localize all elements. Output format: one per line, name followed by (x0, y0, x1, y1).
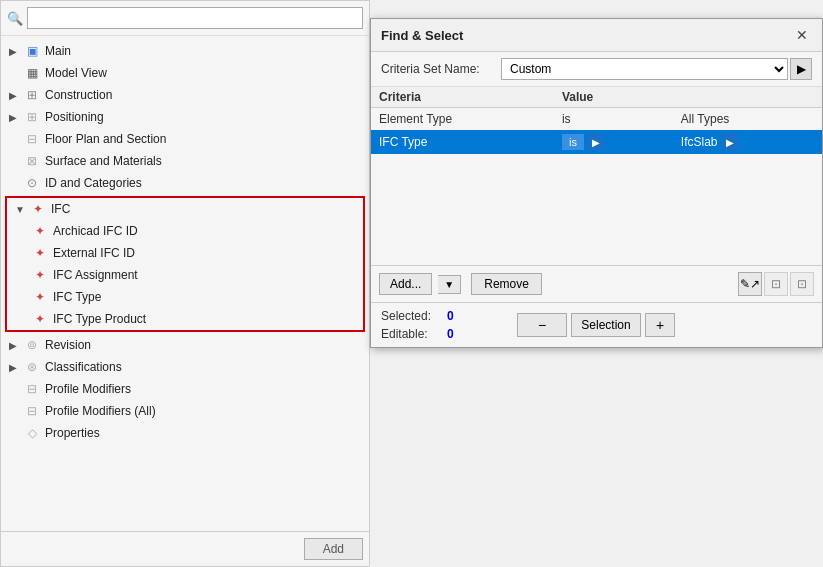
tree-item-profile-modifiers[interactable]: ⊟ Profile Modifiers (1, 378, 369, 400)
plus-button[interactable]: + (645, 313, 675, 337)
is-badge: is (562, 134, 584, 150)
add-criteria-button[interactable]: Add... (379, 273, 432, 295)
ifc-assignment-icon: ✦ (31, 266, 49, 284)
positioning-icon: ⊞ (23, 108, 41, 126)
table-row[interactable]: Element Type is All Types (371, 108, 822, 131)
expand-arrow-ifc: ▼ (15, 204, 27, 215)
floor-plan-icon: ⊟ (23, 130, 41, 148)
tree-item-revision[interactable]: ▶ ⊚ Revision (1, 334, 369, 356)
tree-item-classifications[interactable]: ▶ ⊛ Classifications (1, 356, 369, 378)
external-ifc-label: External IFC ID (53, 246, 135, 260)
criteria-set-row: Criteria Set Name: Custom ▶ (371, 52, 822, 87)
add-button[interactable]: Add (304, 538, 363, 560)
operator-arrow[interactable]: ▶ (588, 134, 604, 150)
tree-item-id-categories[interactable]: ⊙ ID and Categories (1, 172, 369, 194)
element-type-criteria: Element Type (371, 108, 554, 131)
search-input[interactable] (27, 7, 363, 29)
minus-button[interactable]: − (517, 313, 567, 337)
add-dropdown-arrow[interactable]: ▼ (438, 275, 461, 294)
criteria-set-select[interactable]: Custom (501, 58, 788, 80)
revision-icon: ⊚ (23, 336, 41, 354)
model-view-icon: ▦ (23, 64, 41, 82)
surface-label: Surface and Materials (45, 154, 162, 168)
paste-button: ⊡ (790, 272, 814, 296)
dialog-titlebar: Find & Select ✕ (371, 19, 822, 52)
classifications-label: Classifications (45, 360, 122, 374)
ifc-icon: ✦ (29, 200, 47, 218)
tree-item-archicad-ifc[interactable]: ✦ Archicad IFC ID (7, 220, 363, 242)
tree-area: ▶ ▣ Main ▦ Model View ▶ ⊞ Construction ▶… (1, 36, 369, 531)
edit-button[interactable]: ✎↗ (738, 272, 762, 296)
criteria-set-arrow-button[interactable]: ▶ (790, 58, 812, 80)
edit-button-group: ✎↗ ⊡ ⊡ (738, 272, 814, 296)
archicad-ifc-icon: ✦ (31, 222, 49, 240)
id-icon: ⊙ (23, 174, 41, 192)
id-categories-label: ID and Categories (45, 176, 142, 190)
tree-item-ifc-type-product[interactable]: ✦ IFC Type Product (7, 308, 363, 330)
tree-item-ifc-type[interactable]: ✦ IFC Type (7, 286, 363, 308)
revision-label: Revision (45, 338, 91, 352)
editable-value: 0 (447, 327, 454, 341)
ifc-group: ▼ ✦ IFC ✦ Archicad IFC ID ✦ External IFC… (5, 196, 365, 332)
profile-modifiers-all-label: Profile Modifiers (All) (45, 404, 156, 418)
ifc-type-product-label: IFC Type Product (53, 312, 146, 326)
selected-label: Selected: (381, 309, 441, 323)
close-button[interactable]: ✕ (792, 25, 812, 45)
construction-label: Construction (45, 88, 112, 102)
model-view-label: Model View (45, 66, 107, 80)
search-icon: 🔍 (7, 11, 23, 26)
ifcslab-text: IfcSlab (681, 135, 718, 149)
tree-item-floor-plan[interactable]: ⊟ Floor Plan and Section (1, 128, 369, 150)
add-button-area: Add (1, 531, 369, 566)
table-row[interactable]: IFC Type is ▶ IfcSlab ▶ (371, 130, 822, 154)
selection-button[interactable]: Selection (571, 313, 641, 337)
ifcslab-arrow[interactable]: ▶ (722, 134, 738, 150)
element-type-operator: is (554, 108, 673, 131)
archicad-ifc-label: Archicad IFC ID (53, 224, 138, 238)
criteria-table: Criteria Value Element Type is All Types… (371, 87, 822, 154)
ifc-type-product-icon: ✦ (31, 310, 49, 328)
expand-arrow-revision: ▶ (9, 340, 21, 351)
tree-item-surface[interactable]: ⊠ Surface and Materials (1, 150, 369, 172)
element-type-value: All Types (673, 108, 822, 131)
floor-plan-label: Floor Plan and Section (45, 132, 166, 146)
tree-item-ifc-assignment[interactable]: ✦ IFC Assignment (7, 264, 363, 286)
selected-value: 0 (447, 309, 454, 323)
ifc-type-icon: ✦ (31, 288, 49, 306)
profile-modifiers-icon: ⊟ (23, 380, 41, 398)
value-header: Value (554, 87, 822, 108)
criteria-header: Criteria (371, 87, 554, 108)
left-panel: 🔍 ▶ ▣ Main ▦ Model View ▶ ⊞ Construction… (0, 0, 370, 567)
external-ifc-icon: ✦ (31, 244, 49, 262)
dialog-title: Find & Select (381, 28, 463, 43)
remove-button[interactable]: Remove (471, 273, 542, 295)
stats-area: Selected: 0 Editable: 0 (381, 309, 501, 341)
criteria-set-label: Criteria Set Name: (381, 62, 491, 76)
ifc-type-label: IFC Type (53, 290, 101, 304)
surface-icon: ⊠ (23, 152, 41, 170)
bottom-buttons: − Selection + (517, 313, 675, 337)
expand-arrow-positioning: ▶ (9, 112, 21, 123)
expand-arrow-main: ▶ (9, 46, 21, 57)
editable-stat: Editable: 0 (381, 327, 501, 341)
expand-arrow-construction: ▶ (9, 90, 21, 101)
properties-icon: ◇ (23, 424, 41, 442)
properties-label: Properties (45, 426, 100, 440)
tree-item-main[interactable]: ▶ ▣ Main (1, 40, 369, 62)
editable-label: Editable: (381, 327, 441, 341)
criteria-table-area: Criteria Value Element Type is All Types… (371, 87, 822, 266)
ifc-type-criteria-cell: IFC Type (371, 130, 554, 154)
tree-item-profile-modifiers-all[interactable]: ⊟ Profile Modifiers (All) (1, 400, 369, 422)
dialog-bottom: Selected: 0 Editable: 0 − Selection + (371, 303, 822, 347)
construction-icon: ⊞ (23, 86, 41, 104)
tree-item-ifc[interactable]: ▼ ✦ IFC (7, 198, 363, 220)
tree-item-construction[interactable]: ▶ ⊞ Construction (1, 84, 369, 106)
ifc-label: IFC (51, 202, 70, 216)
profile-modifiers-label: Profile Modifiers (45, 382, 131, 396)
positioning-label: Positioning (45, 110, 104, 124)
ifc-type-operator-cell: is ▶ (554, 130, 673, 154)
tree-item-properties[interactable]: ◇ Properties (1, 422, 369, 444)
tree-item-model-view[interactable]: ▦ Model View (1, 62, 369, 84)
tree-item-external-ifc[interactable]: ✦ External IFC ID (7, 242, 363, 264)
tree-item-positioning[interactable]: ▶ ⊞ Positioning (1, 106, 369, 128)
